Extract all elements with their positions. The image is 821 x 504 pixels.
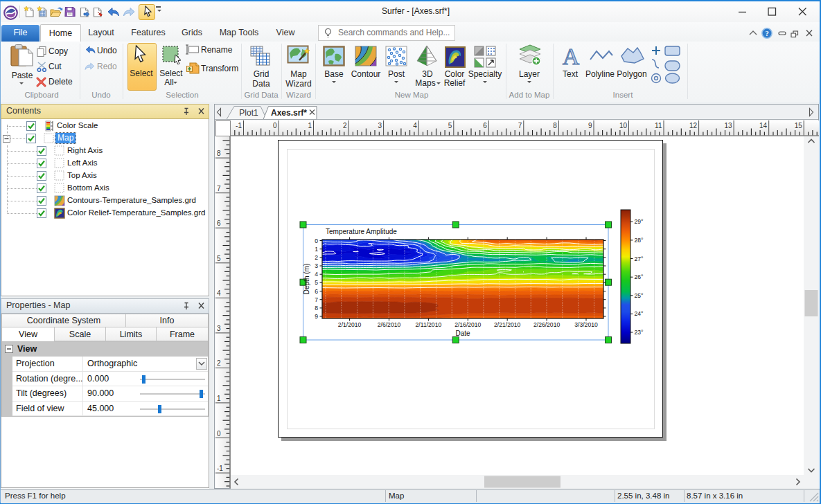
svg-text:0: 0	[217, 430, 221, 438]
svg-text:8: 8	[553, 122, 557, 129]
svg-text:8: 8	[315, 305, 318, 312]
svg-text:7: 7	[315, 296, 318, 303]
svg-text:4: 4	[413, 122, 417, 129]
svg-text:3: 3	[217, 325, 221, 332]
svg-text:2: 2	[315, 254, 318, 261]
svg-text:2: 2	[343, 122, 347, 129]
svg-text:2/26/2010: 2/26/2010	[533, 321, 560, 328]
svg-text:2/1/2010: 2/1/2010	[338, 321, 362, 328]
svg-text:3/3/2010: 3/3/2010	[574, 321, 598, 328]
svg-text:2/21/2010: 2/21/2010	[494, 321, 520, 328]
svg-text:9: 9	[588, 122, 592, 129]
svg-text:6: 6	[483, 122, 487, 129]
svg-text:5: 5	[217, 255, 221, 262]
svg-text:Depth (m): Depth (m)	[303, 264, 310, 294]
svg-text:-1: -1	[236, 122, 242, 129]
svg-text:Date: Date	[455, 330, 470, 337]
svg-text:-1: -1	[217, 465, 223, 472]
svg-text:3: 3	[378, 122, 382, 129]
svg-text:6: 6	[217, 219, 221, 227]
svg-text:12: 12	[689, 122, 698, 129]
svg-text:26°: 26°	[635, 273, 644, 280]
svg-text:2/6/2010: 2/6/2010	[378, 321, 401, 328]
svg-text:5: 5	[448, 122, 452, 129]
svg-text:28°: 28°	[635, 237, 644, 244]
svg-text:11: 11	[655, 122, 662, 129]
svg-text:15: 15	[795, 122, 803, 129]
svg-text:5: 5	[315, 279, 318, 286]
svg-text:13: 13	[724, 122, 732, 129]
svg-text:2: 2	[217, 359, 221, 367]
svg-text:6: 6	[315, 288, 318, 295]
svg-text:10: 10	[619, 122, 628, 129]
svg-text:0: 0	[315, 237, 318, 244]
svg-text:29°: 29°	[635, 218, 644, 225]
svg-text:23°: 23°	[635, 329, 644, 336]
svg-text:24°: 24°	[635, 310, 644, 317]
svg-text:2/11/2010: 2/11/2010	[416, 321, 442, 328]
svg-text:0: 0	[273, 122, 277, 129]
svg-text:1: 1	[217, 395, 221, 402]
svg-text:Plot1: Plot1	[239, 108, 258, 118]
svg-text:1: 1	[308, 122, 312, 129]
svg-text:3: 3	[315, 262, 318, 269]
svg-text:7: 7	[217, 185, 221, 192]
svg-text:9: 9	[315, 313, 318, 320]
svg-text:Temperature Amplitude: Temperature Amplitude	[326, 228, 397, 235]
svg-text:2/16/2010: 2/16/2010	[454, 321, 481, 328]
svg-text:14: 14	[759, 122, 768, 129]
svg-text:27°: 27°	[635, 255, 644, 262]
svg-text:4: 4	[315, 271, 318, 278]
svg-text:4: 4	[217, 289, 221, 297]
svg-text:A: A	[563, 44, 580, 68]
svg-text:?: ?	[765, 30, 768, 37]
svg-text:8: 8	[217, 150, 221, 157]
svg-text:25°: 25°	[635, 292, 644, 299]
svg-text:7: 7	[518, 122, 522, 129]
svg-text:1: 1	[315, 246, 318, 253]
svg-text:Axes.srf*: Axes.srf*	[271, 108, 307, 118]
